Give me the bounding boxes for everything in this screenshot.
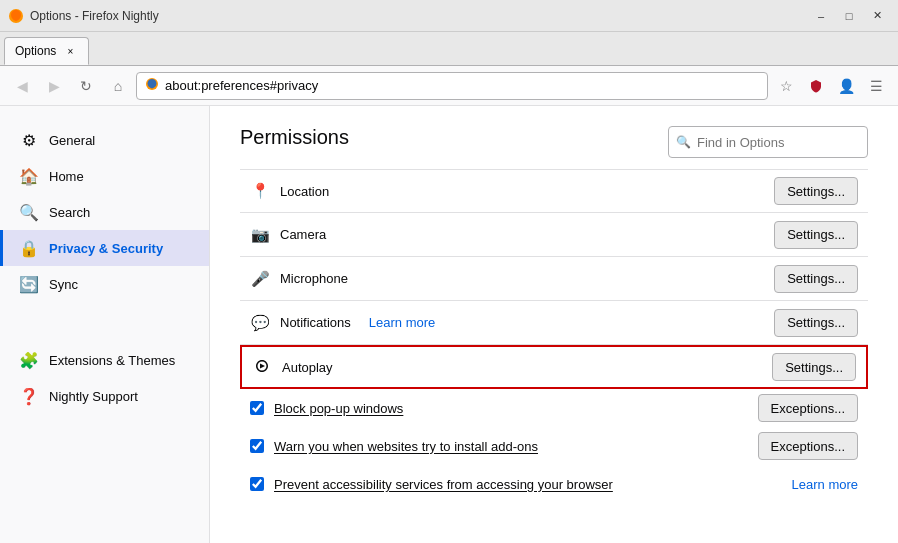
close-button[interactable]: ✕ <box>864 5 890 27</box>
checkbox-row-warn-addons: Warn you when websites try to install ad… <box>240 427 868 465</box>
nav-bar: ◀ ▶ ↻ ⌂ about:preferences#privacy ☆ 👤 ☰ <box>0 66 898 106</box>
shield-button[interactable] <box>802 72 830 100</box>
nav-right-icons: ☆ 👤 ☰ <box>772 72 890 100</box>
window-title: Options - Firefox Nightly <box>30 9 808 23</box>
sidebar-item-home[interactable]: 🏠 Home <box>0 158 209 194</box>
address-text: about:preferences#privacy <box>165 78 759 93</box>
permission-row-microphone: 🎤 Microphone Settings... <box>240 257 868 301</box>
firefox-icon <box>8 8 24 24</box>
location-icon: 📍 <box>250 182 270 200</box>
options-tab[interactable]: Options × <box>4 37 89 65</box>
permission-label-autoplay: Autoplay <box>252 358 772 377</box>
accessibility-label: Prevent accessibility services from acce… <box>274 477 774 492</box>
privacy-icon: 🔒 <box>19 239 39 258</box>
title-bar: Options - Firefox Nightly – □ ✕ <box>0 0 898 32</box>
tab-close-button[interactable]: × <box>62 43 78 59</box>
location-settings-button[interactable]: Settings... <box>774 177 858 205</box>
checkbox-row-accessibility: Prevent accessibility services from acce… <box>240 465 868 503</box>
autoplay-settings-button[interactable]: Settings... <box>772 353 856 381</box>
content-area: 🔍 Permissions 📍 Location Settings... 📷 C… <box>210 106 898 543</box>
bookmark-button[interactable]: ☆ <box>772 72 800 100</box>
permission-label-camera: 📷 Camera <box>250 226 774 244</box>
tab-bar: Options × <box>0 32 898 66</box>
notifications-settings-button[interactable]: Settings... <box>774 309 858 337</box>
tab-label: Options <box>15 44 56 58</box>
checkbox-row-block-popups: Block pop-up windows Exceptions... <box>240 389 868 427</box>
permission-label-microphone: 🎤 Microphone <box>250 270 774 288</box>
main-layout: ⚙ General 🏠 Home 🔍 Search 🔒 Privacy & Se… <box>0 106 898 543</box>
warn-addons-exceptions-button[interactable]: Exceptions... <box>758 432 858 460</box>
reload-button[interactable]: ↻ <box>72 72 100 100</box>
sidebar-label-extensions: Extensions & Themes <box>49 353 175 368</box>
permission-row-camera: 📷 Camera Settings... <box>240 213 868 257</box>
find-input-wrapper: 🔍 <box>668 126 868 158</box>
sync-icon: 🔄 <box>19 275 39 294</box>
find-bar: 🔍 <box>668 126 868 158</box>
sidebar-item-search[interactable]: 🔍 Search <box>0 194 209 230</box>
window-controls: – □ ✕ <box>808 5 890 27</box>
search-icon: 🔍 <box>19 203 39 222</box>
permission-row-location: 📍 Location Settings... <box>240 169 868 213</box>
notifications-icon: 💬 <box>250 314 270 332</box>
permissions-list: 📍 Location Settings... 📷 Camera Settings… <box>240 169 868 389</box>
sidebar-item-general[interactable]: ⚙ General <box>0 122 209 158</box>
warn-addons-checkbox[interactable] <box>250 439 264 453</box>
accessibility-learn-more-link[interactable]: Learn more <box>792 477 858 492</box>
back-button[interactable]: ◀ <box>8 72 36 100</box>
microphone-settings-button[interactable]: Settings... <box>774 265 858 293</box>
address-bar[interactable]: about:preferences#privacy <box>136 72 768 100</box>
accessibility-checkbox[interactable] <box>250 477 264 491</box>
camera-settings-button[interactable]: Settings... <box>774 221 858 249</box>
find-options-input[interactable] <box>668 126 868 158</box>
general-icon: ⚙ <box>19 131 39 150</box>
permission-label-location: 📍 Location <box>250 182 774 200</box>
permission-row-autoplay: Autoplay Settings... <box>240 345 868 389</box>
sidebar-item-support[interactable]: ❓ Nightly Support <box>0 378 209 414</box>
sidebar-label-support: Nightly Support <box>49 389 138 404</box>
notifications-learn-more-link[interactable]: Learn more <box>369 315 435 330</box>
block-popups-exceptions-button[interactable]: Exceptions... <box>758 394 858 422</box>
block-popups-label: Block pop-up windows <box>274 401 748 416</box>
sidebar-item-privacy[interactable]: 🔒 Privacy & Security <box>0 230 209 266</box>
warn-addons-label: Warn you when websites try to install ad… <box>274 439 748 454</box>
sidebar-label-privacy: Privacy & Security <box>49 241 163 256</box>
sidebar-label-general: General <box>49 133 95 148</box>
sidebar: ⚙ General 🏠 Home 🔍 Search 🔒 Privacy & Se… <box>0 106 210 543</box>
home-button[interactable]: ⌂ <box>104 72 132 100</box>
forward-button[interactable]: ▶ <box>40 72 68 100</box>
permission-label-notifications: 💬 Notifications Learn more <box>250 314 774 332</box>
autoplay-icon <box>252 358 272 377</box>
sidebar-label-sync: Sync <box>49 277 78 292</box>
sidebar-item-extensions[interactable]: 🧩 Extensions & Themes <box>0 342 209 378</box>
account-button[interactable]: 👤 <box>832 72 860 100</box>
nightly-icon <box>145 77 159 94</box>
permission-text-location: Location <box>280 184 329 199</box>
permission-row-notifications: 💬 Notifications Learn more Settings... <box>240 301 868 345</box>
camera-icon: 📷 <box>250 226 270 244</box>
extensions-icon: 🧩 <box>19 351 39 370</box>
maximize-button[interactable]: □ <box>836 5 862 27</box>
block-popups-checkbox[interactable] <box>250 401 264 415</box>
permission-text-camera: Camera <box>280 227 326 242</box>
sidebar-item-sync[interactable]: 🔄 Sync <box>0 266 209 302</box>
permission-text-notifications: Notifications <box>280 315 351 330</box>
sidebar-label-search: Search <box>49 205 90 220</box>
permission-text-microphone: Microphone <box>280 271 348 286</box>
support-icon: ❓ <box>19 387 39 406</box>
permission-text-autoplay: Autoplay <box>282 360 333 375</box>
home-icon: 🏠 <box>19 167 39 186</box>
menu-button[interactable]: ☰ <box>862 72 890 100</box>
minimize-button[interactable]: – <box>808 5 834 27</box>
sidebar-label-home: Home <box>49 169 84 184</box>
microphone-icon: 🎤 <box>250 270 270 288</box>
